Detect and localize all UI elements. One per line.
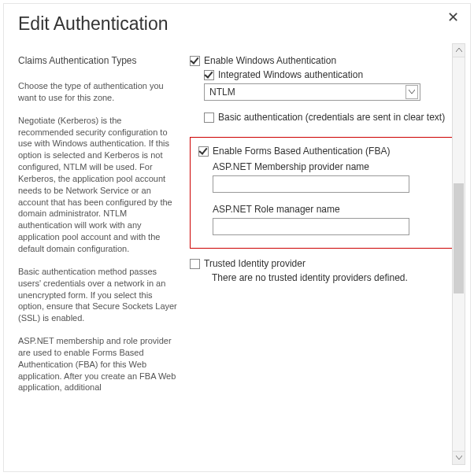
help-text: ASP.NET membership and role provider are… <box>18 335 177 393</box>
trusted-identity-message: There are no trusted identity providers … <box>212 272 462 283</box>
scroll-down-icon[interactable] <box>453 451 465 464</box>
checkbox-icon[interactable] <box>204 113 214 123</box>
checkbox-icon[interactable] <box>198 146 209 157</box>
basic-auth-row[interactable]: Basic authentication (credentials are se… <box>204 112 462 123</box>
chevron-down-icon[interactable] <box>405 85 418 99</box>
windows-auth-mode-value: NTLM <box>209 87 235 98</box>
windows-auth-mode-select[interactable]: NTLM <box>204 83 420 101</box>
trusted-identity-row[interactable]: Trusted Identity provider <box>190 258 462 269</box>
edit-authentication-dialog: ✕ Edit Authentication Claims Authenticat… <box>3 3 471 472</box>
help-text: Basic authentication method passes users… <box>18 266 177 324</box>
help-text: Negotiate (Kerberos) is the recommended … <box>18 115 177 255</box>
enable-windows-auth-row[interactable]: Enable Windows Authentication <box>190 55 462 66</box>
close-icon[interactable]: ✕ <box>447 9 459 26</box>
scroll-up-icon[interactable] <box>453 44 465 57</box>
checkbox-icon[interactable] <box>204 70 214 80</box>
checkbox-icon[interactable] <box>190 56 200 66</box>
role-manager-input[interactable] <box>213 218 409 235</box>
scrollbar-track[interactable] <box>453 57 465 451</box>
dialog-title: Edit Authentication <box>4 4 470 35</box>
help-panel: Claims Authentication Types Choose the t… <box>18 55 185 404</box>
enable-fba-label: Enable Forms Based Authentication (FBA) <box>213 146 390 157</box>
vertical-scrollbar[interactable] <box>452 43 465 465</box>
enable-fba-row[interactable]: Enable Forms Based Authentication (FBA) <box>198 146 449 157</box>
enable-windows-auth-label: Enable Windows Authentication <box>204 55 336 66</box>
help-text: Choose the type of authentication you wa… <box>18 80 177 104</box>
scrollbar-thumb[interactable] <box>454 183 464 293</box>
membership-provider-input[interactable] <box>213 175 409 193</box>
help-heading: Claims Authentication Types <box>18 55 177 66</box>
settings-panel: Enable Windows Authentication Integrated… <box>185 55 462 404</box>
role-manager-label: ASP.NET Role manager name <box>213 204 449 215</box>
trusted-identity-label: Trusted Identity provider <box>204 258 306 269</box>
fba-highlight-box: Enable Forms Based Authentication (FBA) … <box>190 137 459 249</box>
basic-auth-label: Basic authentication (credentials are se… <box>218 112 445 123</box>
integrated-windows-auth-label: Integrated Windows authentication <box>218 69 363 80</box>
membership-provider-label: ASP.NET Membership provider name <box>213 161 449 172</box>
checkbox-icon[interactable] <box>190 259 200 269</box>
integrated-windows-auth-row[interactable]: Integrated Windows authentication <box>204 69 462 80</box>
